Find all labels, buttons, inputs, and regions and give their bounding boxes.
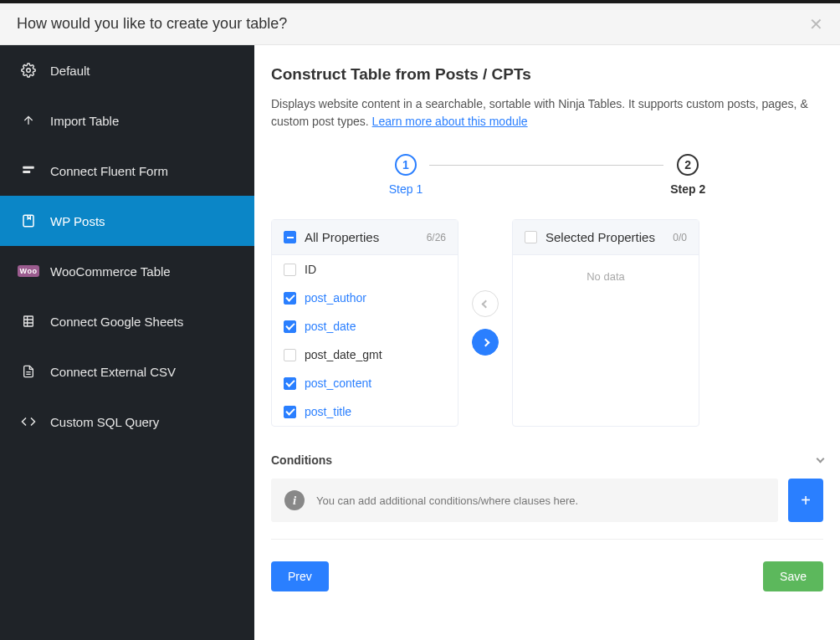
sidebar: Default Import Table Connect Fluent Form… <box>0 45 254 640</box>
post-icon <box>20 212 37 229</box>
panel-header[interactable]: All Properties 6/26 <box>272 220 458 255</box>
conditions-text: You can add additional conditions/where … <box>316 494 578 507</box>
property-item[interactable]: ID <box>272 255 458 284</box>
properties-list[interactable]: IDpost_authorpost_datepost_date_gmtpost_… <box>272 255 458 426</box>
conditions-header[interactable]: Conditions <box>271 453 823 467</box>
selected-properties-panel: Selected Properties 0/0 No data <box>512 219 699 427</box>
page-description: Displays website content in a searchable… <box>271 95 823 131</box>
panel-header[interactable]: Selected Properties 0/0 <box>513 220 699 255</box>
property-label: post_date_gmt <box>305 348 382 361</box>
svg-rect-4 <box>24 316 33 326</box>
checkbox[interactable] <box>284 320 296 333</box>
footer-actions: Prev Save <box>271 561 823 591</box>
spreadsheet-icon <box>20 313 37 330</box>
move-left-button[interactable] <box>472 290 499 317</box>
save-button[interactable]: Save <box>763 561 823 591</box>
property-item[interactable]: post_author <box>272 284 458 312</box>
transfer-buttons <box>472 290 499 356</box>
select-all-checkbox[interactable] <box>284 231 296 243</box>
svg-rect-2 <box>23 171 30 173</box>
checkbox[interactable] <box>284 264 296 276</box>
checkbox[interactable] <box>284 349 296 361</box>
code-icon <box>20 413 37 430</box>
stepper: 1 Step 1 2 Step 2 <box>271 154 823 196</box>
panel-title: Selected Properties <box>545 230 655 244</box>
sidebar-item-label: Connect Google Sheets <box>50 315 183 329</box>
close-icon[interactable]: ✕ <box>809 16 823 33</box>
main-content: Construct Table from Posts / CPTs Displa… <box>254 45 840 640</box>
conditions-row: i You can add additional conditions/wher… <box>271 479 823 522</box>
page-title: Construct Table from Posts / CPTs <box>271 65 823 84</box>
property-label: ID <box>305 263 316 276</box>
panel-count: 0/0 <box>673 232 687 243</box>
sidebar-item-label: Default <box>50 64 90 78</box>
select-all-checkbox[interactable] <box>525 231 537 243</box>
step-2[interactable]: 2 Step 2 <box>670 154 705 196</box>
checkbox[interactable] <box>284 406 296 418</box>
property-item[interactable]: post_date <box>272 312 458 340</box>
transfer-widget: All Properties 6/26 IDpost_authorpost_da… <box>271 219 823 427</box>
sidebar-item-woocommerce-table[interactable]: Woo WooCommerce Table <box>0 246 254 296</box>
info-icon: i <box>284 490 305 510</box>
form-icon <box>20 162 37 179</box>
property-label: post_date <box>305 320 356 333</box>
prev-button[interactable]: Prev <box>271 561 329 591</box>
svg-rect-1 <box>23 166 34 169</box>
gear-icon <box>20 62 37 79</box>
woocommerce-icon: Woo <box>20 263 37 279</box>
sidebar-item-wp-posts[interactable]: WP Posts <box>0 196 254 246</box>
step-1[interactable]: 1 Step 1 <box>389 154 423 196</box>
conditions-message: i You can add additional conditions/wher… <box>271 479 778 522</box>
file-icon <box>20 363 37 380</box>
panel-title: All Properties <box>305 230 379 244</box>
svg-point-0 <box>27 69 31 73</box>
sidebar-item-label: Connect External CSV <box>50 365 176 379</box>
property-label: post_author <box>305 291 366 305</box>
conditions-heading: Conditions <box>271 453 332 467</box>
sidebar-item-label: Custom SQL Query <box>50 415 159 429</box>
sidebar-item-import-table[interactable]: Import Table <box>0 95 254 146</box>
property-label: post_content <box>305 376 371 390</box>
sidebar-item-connect-google-sheets[interactable]: Connect Google Sheets <box>0 296 254 346</box>
property-label: post_title <box>305 405 351 418</box>
step-label: Step 2 <box>670 182 705 196</box>
selected-list: No data <box>513 255 699 426</box>
upload-icon <box>20 112 37 129</box>
sidebar-item-connect-external-csv[interactable]: Connect External CSV <box>0 346 254 397</box>
panel-count: 6/26 <box>427 232 446 243</box>
sidebar-item-custom-sql-query[interactable]: Custom SQL Query <box>0 397 254 447</box>
move-right-button[interactable] <box>472 329 499 356</box>
checkbox[interactable] <box>284 377 296 390</box>
no-data-text: No data <box>513 255 699 298</box>
sidebar-item-default[interactable]: Default <box>0 45 254 95</box>
modal-title: How would you like to create your table? <box>17 15 287 33</box>
property-item[interactable]: post_content <box>272 369 458 397</box>
step-label: Step 1 <box>389 182 423 196</box>
step-circle: 1 <box>395 154 417 176</box>
sidebar-item-label: WP Posts <box>50 214 105 228</box>
chevron-left-icon <box>481 300 489 308</box>
add-condition-button[interactable]: + <box>788 479 823 522</box>
sidebar-item-connect-fluent-form[interactable]: Connect Fluent Form <box>0 146 254 196</box>
sidebar-item-label: WooCommerce Table <box>50 264 171 279</box>
step-circle: 2 <box>677 154 699 176</box>
learn-more-link[interactable]: Learn more about this module <box>372 115 528 128</box>
chevron-right-icon <box>481 338 489 346</box>
sidebar-item-label: Import Table <box>50 114 119 128</box>
modal-header: How would you like to create your table?… <box>0 3 840 45</box>
divider <box>271 539 823 540</box>
property-item[interactable]: post_date_gmt <box>272 340 458 369</box>
property-item[interactable]: post_title <box>272 397 458 426</box>
sidebar-item-label: Connect Fluent Form <box>50 164 168 178</box>
chevron-down-icon <box>817 455 825 463</box>
step-connector <box>429 165 663 166</box>
all-properties-panel: All Properties 6/26 IDpost_authorpost_da… <box>271 219 458 427</box>
checkbox[interactable] <box>284 292 296 305</box>
